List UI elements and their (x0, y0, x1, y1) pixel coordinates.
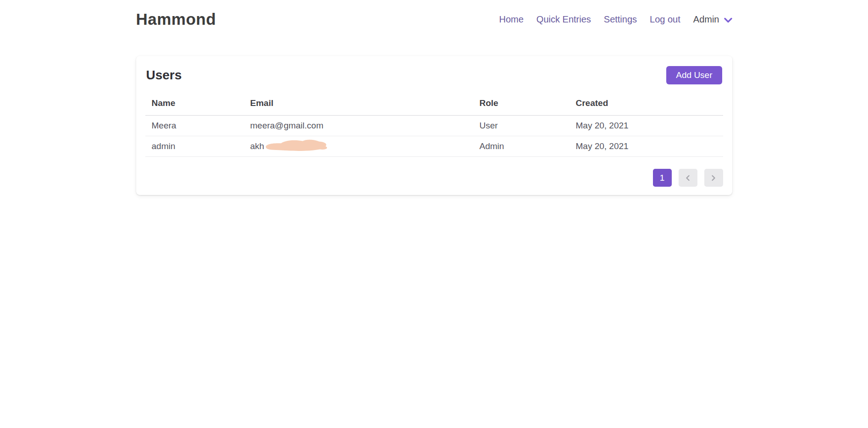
pagination-next-button[interactable] (704, 169, 723, 187)
cell-email-visible-text: akh (250, 141, 265, 151)
users-card: Users Add User Name Email Role Created M… (136, 56, 732, 195)
nav-link-logout[interactable]: Log out (650, 14, 680, 25)
table-row: admin akh Admin May 20, 2021 (145, 136, 723, 157)
add-user-button[interactable]: Add User (666, 66, 722, 84)
brand-logo[interactable]: Hammond (136, 10, 216, 28)
column-header-role: Role (473, 90, 569, 116)
cell-name: admin (145, 136, 244, 157)
users-table: Name Email Role Created Meera meera@gmai… (145, 90, 723, 157)
column-header-email: Email (244, 90, 473, 116)
chevron-right-icon (711, 175, 716, 181)
nav-link-quick-entries[interactable]: Quick Entries (536, 14, 591, 25)
column-header-name: Name (145, 90, 244, 116)
pagination: 1 (145, 169, 723, 188)
pagination-page-1-button[interactable]: 1 (653, 169, 672, 187)
column-header-created: Created (569, 90, 723, 116)
table-header-row: Name Email Role Created (145, 90, 723, 116)
page-title: Users (146, 68, 182, 83)
cell-created: May 20, 2021 (569, 116, 723, 136)
table-row: Meera meera@gmail.com User May 20, 2021 (145, 116, 723, 136)
main-content: Users Add User Name Email Role Created M… (136, 56, 732, 195)
account-name: Admin (693, 14, 719, 25)
chevron-left-icon (685, 175, 691, 181)
cell-email: meera@gmail.com (244, 116, 473, 136)
account-menu-toggle[interactable]: Admin (693, 14, 732, 25)
cell-role: User (473, 116, 569, 136)
top-header: Hammond Home Quick Entries Settings Log … (0, 0, 868, 28)
nav-link-settings[interactable]: Settings (604, 14, 637, 25)
redaction-scribble (260, 138, 332, 153)
cell-email: akh (244, 136, 473, 157)
cell-created: May 20, 2021 (569, 136, 723, 157)
cell-name: Meera (145, 116, 244, 136)
pagination-prev-button[interactable] (679, 169, 697, 187)
nav-link-home[interactable]: Home (499, 14, 524, 25)
cell-role: Admin (473, 136, 569, 157)
chevron-down-icon (724, 17, 732, 23)
main-nav: Home Quick Entries Settings Log out Admi… (499, 14, 732, 25)
